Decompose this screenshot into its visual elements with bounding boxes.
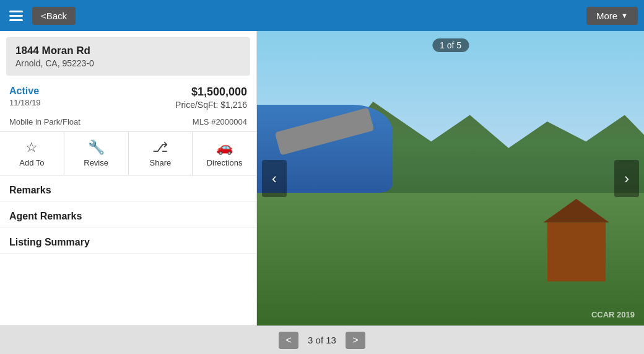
menu-line-3 <box>9 19 23 21</box>
menu-line-1 <box>9 11 23 12</box>
menu-button[interactable] <box>6 7 26 24</box>
remarks-section: Remarks <box>0 175 256 201</box>
watermark: CCAR 2019 <box>591 310 635 319</box>
next-image-button[interactable]: › <box>614 160 639 197</box>
header-left: <Back <box>6 7 76 25</box>
more-label: More <box>596 11 617 21</box>
remarks-title: Remarks <box>9 185 247 196</box>
page-info: 3 of 13 <box>308 335 336 345</box>
revise-button[interactable]: 🔧 Revise <box>64 132 129 175</box>
car-icon: 🚗 <box>216 139 233 156</box>
directions-button[interactable]: 🚗 Directions <box>193 132 256 175</box>
action-buttons: ☆ Add To 🔧 Revise ⎇ Share 🚗 Directions <box>0 132 256 175</box>
header: <Back More ▼ <box>0 0 644 31</box>
building <box>547 223 606 281</box>
directions-label: Directions <box>207 158 243 167</box>
more-button[interactable]: More ▼ <box>586 7 638 25</box>
add-to-button[interactable]: ☆ Add To <box>0 132 64 175</box>
listing-image <box>257 31 644 325</box>
star-icon: ☆ <box>25 139 38 156</box>
next-page-button[interactable]: > <box>346 332 365 349</box>
prev-image-button[interactable]: ‹ <box>262 160 287 197</box>
footer: < 3 of 13 > <box>0 325 644 354</box>
revise-label: Revise <box>84 158 108 167</box>
listing-summary-section: Listing Summary <box>0 228 256 254</box>
share-icon: ⎇ <box>152 139 168 156</box>
prev-page-button[interactable]: < <box>279 332 298 349</box>
mls-row: Mobile in Park/Float MLS #2000004 <box>0 115 256 132</box>
share-button[interactable]: ⎇ Share <box>129 132 193 175</box>
share-label: Share <box>150 158 172 167</box>
listing-summary-title: Listing Summary <box>9 237 247 248</box>
status-block: Active 11/18/19 <box>9 86 41 107</box>
status-badge: Active <box>9 86 41 97</box>
wrench-icon: 🔧 <box>88 139 105 156</box>
add-to-label: Add To <box>19 158 44 167</box>
address-box: 1844 Moran Rd Arnold, CA, 95223-0 <box>6 37 250 76</box>
price: $1,500,000 <box>175 86 247 99</box>
chevron-down-icon: ▼ <box>621 12 628 19</box>
listing-date: 11/18/19 <box>9 98 41 107</box>
property-type: Mobile in Park/Float <box>9 117 80 126</box>
status-row: Active 11/18/19 $1,500,000 Price/SqFt: $… <box>0 81 256 115</box>
back-button[interactable]: <Back <box>32 7 76 25</box>
price-per-sqft: Price/SqFt: $1,216 <box>175 100 247 110</box>
main-content: 1844 Moran Rd Arnold, CA, 95223-0 Active… <box>0 31 644 325</box>
address-street: 1844 Moran Rd <box>15 45 241 57</box>
price-block: $1,500,000 Price/SqFt: $1,216 <box>175 86 247 110</box>
agent-remarks-title: Agent Remarks <box>9 211 247 222</box>
right-panel: 1 of 5 CCAR 2019 ‹ › <box>257 31 644 325</box>
mls-number: MLS #2000004 <box>193 117 247 126</box>
left-panel: 1844 Moran Rd Arnold, CA, 95223-0 Active… <box>0 31 257 325</box>
agent-remarks-section: Agent Remarks <box>0 201 256 228</box>
address-city: Arnold, CA, 95223-0 <box>15 58 241 68</box>
menu-line-2 <box>9 15 23 17</box>
image-counter: 1 of 5 <box>432 38 469 52</box>
